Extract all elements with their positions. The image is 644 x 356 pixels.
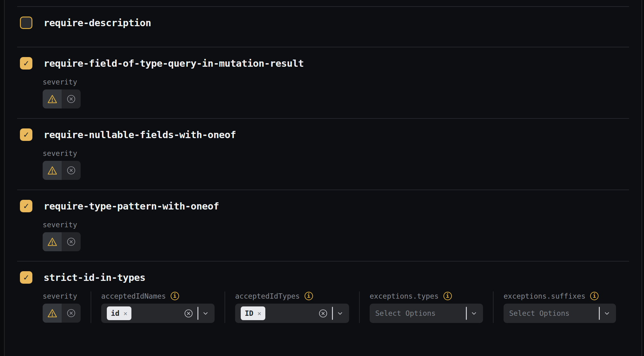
rule-fields-row: severity [43, 149, 629, 180]
chip: id✕ [107, 306, 131, 320]
chevron-down-icon[interactable] [470, 310, 478, 317]
multiselect-exceptions-suffixes[interactable]: Select Options [504, 304, 616, 323]
select-divider-bar [197, 307, 198, 320]
field-column-divider [493, 291, 494, 323]
rule-header: ✓require-nullable-fields-with-oneof [17, 128, 629, 141]
info-icon[interactable]: i [590, 292, 599, 300]
severity-option-warn[interactable] [43, 304, 62, 323]
info-icon[interactable]: i [305, 292, 313, 300]
warning-triangle-icon [47, 165, 58, 176]
rule-checkbox[interactable] [20, 17, 32, 29]
severity-option-warn[interactable] [43, 89, 62, 108]
field-severity: severity [43, 291, 81, 323]
field-label: exceptions.suffixes [504, 292, 585, 300]
field-label-row: severity [43, 149, 81, 158]
select-divider-bar [599, 307, 600, 320]
circle-x-icon [66, 237, 76, 247]
severity-toggle-group [43, 304, 81, 323]
rule-checkbox[interactable]: ✓ [20, 200, 32, 212]
select-divider-bar [332, 307, 333, 320]
field-label: acceptedIdNames [101, 292, 166, 300]
chip: ID✕ [241, 306, 265, 320]
rule-title: require-nullable-fields-with-oneof [44, 129, 236, 140]
info-icon[interactable]: i [171, 292, 179, 300]
rule-title: require-description [44, 17, 151, 28]
field-acceptedIdTypes: acceptedIdTypesiID✕ [235, 291, 349, 323]
rule-header: ✓require-type-pattern-with-oneof [17, 200, 629, 212]
severity-option-warn[interactable] [43, 161, 62, 180]
clear-circle-x-icon[interactable] [184, 309, 193, 318]
circle-x-icon [66, 308, 76, 318]
field-label: severity [43, 78, 77, 86]
circle-x-icon [66, 166, 76, 175]
severity-option-off[interactable] [62, 89, 81, 108]
chip-remove-icon[interactable]: ✕ [258, 310, 261, 316]
select-divider-bar [466, 307, 467, 320]
rule-row: ✓require-nullable-fields-with-oneofsever… [17, 118, 629, 190]
rules-list: require-description✓require-field-of-typ… [17, 6, 629, 333]
field-column-divider [91, 291, 91, 323]
chevron-down-icon[interactable] [201, 310, 210, 317]
multiselect-acceptedIdTypes[interactable]: ID✕ [235, 304, 349, 323]
field-severity: severity [43, 149, 81, 180]
rule-row: require-description [17, 6, 629, 47]
field-label-row: severity [43, 291, 81, 301]
rule-header: ✓require-field-of-type-query-in-mutation… [17, 57, 629, 70]
field-label: severity [43, 221, 77, 229]
rule-row: ✓strict-id-in-typesseverityacceptedIdNam… [17, 261, 629, 333]
chevron-down-icon[interactable] [336, 310, 344, 317]
field-label-row: acceptedIdTypesi [235, 291, 349, 301]
rules-config-card: require-description✓require-field-of-typ… [4, 0, 642, 356]
severity-toggle-group [43, 161, 81, 180]
severity-option-warn[interactable] [43, 232, 62, 251]
select-placeholder: Select Options [509, 309, 599, 317]
warning-triangle-icon [47, 308, 58, 319]
selected-chips: ID✕ [241, 306, 318, 320]
checkmark-icon: ✓ [24, 59, 29, 68]
warning-triangle-icon [47, 94, 58, 104]
severity-option-off[interactable] [62, 161, 81, 180]
severity-toggle-group [43, 232, 81, 251]
field-label: exceptions.types [370, 292, 439, 300]
multiselect-acceptedIdNames[interactable]: id✕ [101, 304, 215, 323]
field-label-row: acceptedIdNamesi [101, 291, 215, 301]
field-label: severity [43, 149, 77, 157]
rule-checkbox[interactable]: ✓ [20, 128, 32, 141]
field-label-row: exceptions.typesi [370, 291, 483, 301]
severity-option-off[interactable] [62, 304, 81, 323]
clipped-previous-row [17, 0, 629, 6]
checkmark-icon: ✓ [24, 202, 29, 210]
rule-checkbox[interactable]: ✓ [20, 57, 32, 70]
rule-row: ✓require-field-of-type-query-in-mutation… [17, 47, 629, 118]
checkmark-icon: ✓ [24, 130, 29, 139]
select-placeholder: Select Options [375, 309, 466, 317]
selected-chips: id✕ [107, 306, 184, 320]
info-icon[interactable]: i [443, 292, 452, 300]
severity-toggle-group [43, 89, 81, 108]
rule-fields-row: severity [43, 220, 629, 251]
field-exceptions-types: exceptions.typesiSelect Options [370, 291, 483, 323]
field-acceptedIdNames: acceptedIdNamesiid✕ [101, 291, 215, 323]
field-column-divider [225, 291, 225, 323]
severity-option-off[interactable] [62, 232, 81, 251]
field-label-row: severity [43, 77, 81, 86]
warning-triangle-icon [47, 237, 58, 247]
field-column-divider [359, 291, 360, 323]
rule-title: require-field-of-type-query-in-mutation-… [44, 58, 304, 69]
checkmark-icon: ✓ [24, 273, 29, 282]
field-severity: severity [43, 77, 81, 108]
rule-title: require-type-pattern-with-oneof [44, 200, 219, 212]
chip-remove-icon[interactable]: ✕ [124, 310, 127, 316]
chip-value: ID [245, 309, 253, 317]
chevron-down-icon[interactable] [603, 310, 611, 317]
rule-header: require-description [17, 17, 629, 29]
rule-checkbox[interactable]: ✓ [20, 271, 32, 284]
rule-header: ✓strict-id-in-types [17, 271, 629, 284]
multiselect-exceptions-types[interactable]: Select Options [370, 304, 483, 323]
circle-x-icon [66, 94, 76, 104]
field-exceptions-suffixes: exceptions.suffixesiSelect Options [504, 291, 616, 323]
chip-value: id [111, 309, 120, 317]
clear-circle-x-icon[interactable] [318, 309, 328, 318]
rule-fields-row: severity [43, 77, 629, 108]
rule-row: ✓require-type-pattern-with-oneofseverity [17, 190, 629, 261]
